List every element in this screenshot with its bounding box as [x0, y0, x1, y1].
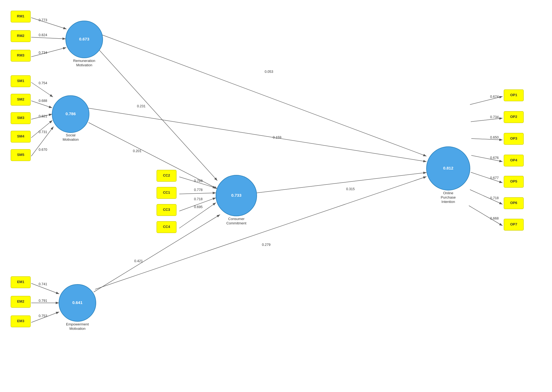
indicator-rm3-label: RM3 — [17, 53, 24, 57]
loading-cc3: 0.718 — [194, 197, 202, 201]
loading-op4: 0.676 — [490, 156, 498, 160]
path-cc-opi-label: 0.315 — [346, 187, 355, 191]
svg-line-1 — [31, 18, 67, 29]
loading-sm2: 0.688 — [39, 99, 47, 103]
label-remuneration-1: Remuneration — [73, 59, 95, 63]
value-social: 0.786 — [65, 111, 76, 116]
label-empowerment-2: Motivation — [69, 327, 85, 331]
path-sm-cc-label: 0.201 — [133, 149, 141, 153]
svg-line-3 — [31, 48, 66, 57]
loading-op6: 0.718 — [490, 196, 498, 200]
loading-sm3: 0.821 — [39, 114, 47, 118]
indicator-op7-label: OP7 — [510, 222, 517, 226]
indicator-cc2-label: CC2 — [163, 173, 170, 177]
svg-line-24 — [99, 50, 217, 181]
svg-line-7 — [31, 120, 52, 138]
svg-line-29 — [257, 173, 426, 193]
indicator-em3-label: EM3 — [17, 319, 24, 323]
loading-op5: 0.677 — [490, 176, 498, 180]
indicator-op4-label: OP4 — [510, 158, 518, 162]
indicator-sm3-label: SM3 — [17, 116, 24, 120]
loading-em3: 0.753 — [39, 314, 47, 318]
svg-line-2 — [31, 37, 66, 39]
indicator-cc3-label: CC3 — [163, 208, 170, 212]
path-rm-opi-label: 0.053 — [265, 70, 273, 74]
indicator-em1-label: EM1 — [17, 280, 24, 284]
loading-op3: 0.650 — [490, 136, 498, 139]
path-rm-cc-label: 0.231 — [137, 104, 145, 108]
label-social-2: Motivation — [62, 137, 79, 142]
value-empowerment: 0.641 — [72, 300, 83, 305]
label-intention-3: Intention — [441, 200, 455, 204]
loading-sm4: 0.731 — [39, 130, 47, 134]
indicator-op5-label: OP5 — [510, 179, 517, 183]
label-commitment-2: Commitment — [226, 221, 246, 225]
label-remuneration-2: Motivation — [76, 63, 92, 67]
label-commitment-1: Consumer — [228, 217, 245, 221]
diagram-container: 0.053 0.231 0.201 0.159 0.421 0.279 0.31… — [0, 0, 552, 392]
svg-line-22 — [469, 206, 503, 226]
svg-line-23 — [102, 35, 426, 156]
path-em-cc-label: 0.421 — [134, 259, 143, 263]
value-commitment: 0.733 — [231, 193, 242, 197]
indicator-sm4-label: SM4 — [17, 134, 25, 138]
loading-op7: 0.668 — [490, 217, 498, 220]
indicator-op6-label: OP6 — [510, 201, 517, 205]
svg-line-26 — [88, 108, 426, 162]
loading-rm1: 0.773 — [39, 18, 47, 22]
indicator-op2-label: OP2 — [510, 115, 517, 119]
loading-cc1: 0.778 — [194, 188, 202, 192]
value-intention: 0.812 — [443, 166, 453, 170]
indicator-sm1-label: SM1 — [17, 79, 24, 83]
indicator-rm1-label: RM1 — [17, 14, 24, 18]
indicator-op1-label: OP1 — [510, 93, 517, 97]
loading-cc4: 0.695 — [194, 205, 202, 209]
indicator-cc4-label: CC4 — [163, 225, 170, 229]
indicator-rm2-label: RM2 — [17, 34, 24, 38]
loading-rm2: 0.824 — [39, 33, 47, 37]
indicator-em2-label: EM2 — [17, 299, 24, 303]
label-empowerment-1: Empowerment — [66, 322, 89, 326]
svg-line-13 — [179, 193, 216, 194]
loading-op1: 0.674 — [490, 95, 498, 99]
indicator-op3-label: OP3 — [510, 136, 517, 140]
indicator-cc1-label: CC1 — [163, 190, 170, 195]
loading-rm3: 0.734 — [39, 51, 47, 55]
path-em-opi-label: 0.279 — [262, 243, 270, 247]
label-intention-2: Purchase — [441, 195, 456, 199]
label-social-1: Social — [66, 133, 76, 137]
indicator-sm2-label: SM2 — [17, 97, 24, 101]
loading-op2: 0.734 — [490, 115, 498, 119]
loading-em2: 0.791 — [39, 299, 47, 303]
label-intention-1: Online — [443, 191, 453, 195]
loading-sm1: 0.754 — [39, 81, 47, 85]
loading-cc2: 0.789 — [194, 179, 202, 183]
svg-line-28 — [95, 177, 426, 289]
path-sm-opi-label: 0.159 — [273, 136, 281, 139]
indicator-sm5-label: SM5 — [17, 153, 24, 157]
loading-em1: 0.741 — [39, 282, 47, 286]
loading-sm5: 0.670 — [39, 148, 47, 152]
value-remuneration: 0.673 — [79, 37, 89, 41]
